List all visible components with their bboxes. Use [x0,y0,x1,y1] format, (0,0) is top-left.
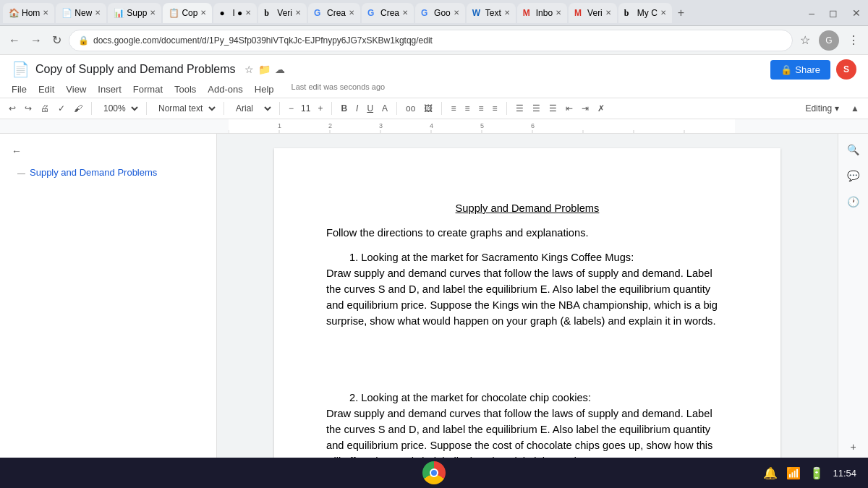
menu-insert[interactable]: Insert [98,82,122,96]
wifi-icon[interactable]: 📶 [786,466,801,480]
profile-button[interactable]: G [819,30,839,51]
menu-button[interactable]: ⋮ [845,33,862,47]
bold-button[interactable]: B [338,102,350,115]
menu-view[interactable]: View [66,82,86,96]
tab-crea1[interactable]: G Crea ✕ [308,3,360,23]
plus-button[interactable]: + [843,437,864,457]
tab-close-verim[interactable]: ✕ [605,9,611,17]
address-bar-right: ☆ G ⋮ [797,30,862,51]
tab-task[interactable]: ● I ● ✕ [213,3,257,23]
explore-button[interactable]: 🔍 [843,140,864,160]
menu-edit[interactable]: Edit [38,82,54,96]
tab-close-crea2[interactable]: ✕ [402,9,408,17]
tab-goo[interactable]: G Goo ✕ [415,3,465,23]
url-text: docs.google.com/document/d/1Py_94Sfp039h… [93,35,433,46]
tab-close-home[interactable]: ✕ [43,9,48,17]
tab-favicon-new: 📄 [61,8,72,18]
italic-button[interactable]: I [353,102,361,115]
font-select[interactable]: Arial [230,101,273,116]
format-toolbar: ↩ ↪ 🖨 ✓ 🖌 100% Normal text Arial − 11 + … [0,98,868,119]
menu-help[interactable]: Help [255,82,274,96]
tab-close-crea1[interactable]: ✕ [349,9,354,17]
align-right-button[interactable]: ≡ [475,102,486,115]
tab-myc[interactable]: b My C ✕ [618,3,672,23]
redo-button[interactable]: ↪ [22,102,35,115]
tab-verim[interactable]: M Veri ✕ [569,3,617,23]
tab-crea2[interactable]: G Crea ✕ [362,3,414,23]
refresh-button[interactable]: ↻ [49,33,64,47]
font-size-decrease[interactable]: − [286,102,297,115]
menu-addons[interactable]: Add-ons [208,82,242,96]
tab-inbo[interactable]: M Inbo ✕ [517,3,567,23]
zoom-select[interactable]: 100% [98,101,140,116]
tab-close-cop[interactable]: ✕ [200,9,206,17]
image-button[interactable]: 🖼 [421,102,435,115]
tab-close-supp[interactable]: ✕ [150,9,156,17]
spell-button[interactable]: ✓ [55,102,68,115]
battery-icon[interactable]: 🔋 [809,466,824,480]
url-box[interactable]: 🔒 docs.google.com/document/d/1Py_94Sfp03… [69,30,793,51]
collapse-toolbar-button[interactable]: ▲ [848,102,862,115]
folder-icon[interactable]: 📁 [258,64,271,75]
tab-text[interactable]: W Text ✕ [467,3,516,23]
star-icon[interactable]: ☆ [244,64,254,75]
link-button[interactable]: oo [403,102,418,115]
tab-close-goo[interactable]: ✕ [454,9,459,17]
line-spacing-button[interactable]: ☰ [513,102,527,115]
back-button[interactable]: ← [6,34,23,47]
history-button[interactable]: 🕐 [843,192,864,212]
tab-close-text[interactable]: ✕ [504,9,510,17]
chrome-logo[interactable] [422,461,446,484]
share-button[interactable]: 🔒 Share [770,60,830,80]
tab-home[interactable]: 🏠 Hom ✕ [3,3,54,23]
tab-label-crea2: Crea [380,8,399,18]
tab-close-veri[interactable]: ✕ [295,9,301,17]
sep2 [146,102,147,115]
undo-button[interactable]: ↩ [6,102,19,115]
tab-veri[interactable]: b Veri ✕ [258,3,307,23]
doc-header: 📄 Copy of Supply and Demand Problems ☆ 📁… [0,55,868,98]
text-color-button[interactable]: A [379,102,391,115]
tab-new[interactable]: 📄 New ✕ [56,3,106,23]
indent-more-button[interactable]: ⇥ [579,102,592,115]
align-center-button[interactable]: ≡ [461,102,472,115]
tab-close-inbo[interactable]: ✕ [556,9,561,17]
sidebar-outline-item[interactable]: — Supply and Demand Problems [0,163,216,182]
tab-close-myc[interactable]: ✕ [660,9,666,17]
maximize-button[interactable]: ◻ [825,7,842,19]
menu-tools[interactable]: Tools [174,82,196,96]
justify-button[interactable]: ≡ [490,102,501,115]
tab-close-task[interactable]: ✕ [245,9,251,17]
style-select[interactable]: Normal text [153,101,218,116]
notification-icon[interactable]: 🔔 [763,466,778,480]
tab-close-new[interactable]: ✕ [95,9,101,17]
menu-file[interactable]: File [12,82,27,96]
minimize-button[interactable]: – [804,7,819,19]
close-button[interactable]: ✕ [848,7,865,19]
cloud-icon[interactable]: ☁ [275,64,285,75]
tab-favicon-myc: b [624,8,634,18]
numbered-list-button[interactable]: ☰ [529,102,543,115]
sidebar-back-button[interactable]: ← [0,140,216,163]
indent-less-button[interactable]: ⇤ [563,102,576,115]
new-tab-button[interactable]: + [673,7,689,20]
chrome-center [430,468,438,477]
chat-button[interactable]: 💬 [843,166,864,186]
underline-button[interactable]: U [364,102,376,115]
clear-format-button[interactable]: ✗ [595,102,608,115]
avatar[interactable]: S [836,59,856,80]
editing-mode-button[interactable]: Editing ▾ [799,102,845,115]
align-left-button[interactable]: ≡ [448,102,459,115]
sep7 [441,102,442,115]
bookmark-button[interactable]: ☆ [797,33,813,47]
font-size-increase[interactable]: + [315,102,326,115]
tab-supp[interactable]: 📊 Supp ✕ [108,3,161,23]
tab-cop[interactable]: 📋 Cop ✕ [163,3,212,23]
print-button[interactable]: 🖨 [38,102,52,115]
forward-button[interactable]: → [27,34,45,47]
bulleted-list-button[interactable]: ☰ [546,102,560,115]
paint-button[interactable]: 🖌 [71,102,85,115]
doc-content-wrap[interactable]: Supply and Demand Problems Follow the di… [217,134,838,488]
menu-format[interactable]: Format [133,82,163,96]
tab-favicon-veri: b [264,8,274,18]
